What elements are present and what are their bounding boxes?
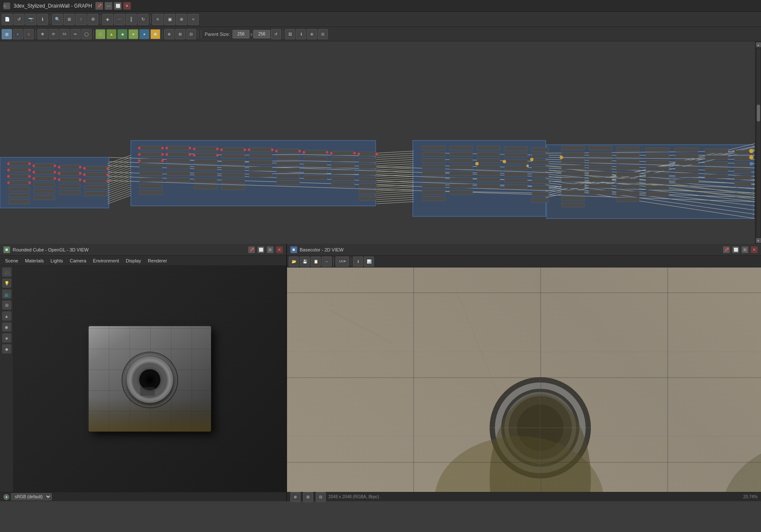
node-remove[interactable]: ⊟ xyxy=(186,29,196,39)
view3d-button[interactable]: ▣ xyxy=(164,14,175,25)
extra2-btn[interactable]: ⊟ xyxy=(318,29,328,39)
panel-3d-fullscreen-button[interactable]: ⊞ xyxy=(267,246,274,253)
menu-renderer[interactable]: Renderer xyxy=(144,256,171,266)
arrange-button[interactable]: ⊕ xyxy=(176,14,187,25)
info2-btn[interactable]: ℹ xyxy=(296,29,306,39)
2d-fit-button[interactable]: ↔ xyxy=(322,257,332,267)
2d-sep-2 xyxy=(351,257,351,266)
circle-tool[interactable]: ◯ xyxy=(81,29,92,39)
green-shape-1[interactable]: ⬡ xyxy=(95,29,106,39)
menu-lights[interactable]: Lights xyxy=(47,256,66,266)
view-mode-3[interactable]: ○ xyxy=(24,29,34,39)
minimize-button[interactable]: — xyxy=(105,2,112,10)
green-shape-2[interactable]: ▲ xyxy=(106,29,116,39)
2d-open-button[interactable]: 📂 xyxy=(289,257,299,267)
rotate-button[interactable]: ↻ xyxy=(138,14,149,25)
sidebar-light-icon[interactable]: 💡 xyxy=(2,278,11,288)
parent-size-label: Parent Size: xyxy=(203,32,232,37)
2d-status-icon-1[interactable]: ⊕ xyxy=(290,492,301,502)
publish-button[interactable]: ↑ xyxy=(76,14,87,25)
link-btn[interactable]: ⛓ xyxy=(285,29,295,39)
titlebar: G 3dex_Stylized_DrainWall - GRAPH 📌 — ⬜ … xyxy=(0,0,761,12)
close-button[interactable]: ✕ xyxy=(123,2,131,10)
panel-2d-pin-button[interactable]: 📌 xyxy=(723,246,730,253)
orange-shape[interactable]: ⬟ xyxy=(150,29,160,39)
panel-2d-content[interactable] xyxy=(287,267,761,492)
app-icon: G xyxy=(3,3,10,9)
2d-save-button[interactable]: 💾 xyxy=(300,257,310,267)
params-button[interactable]: ⚙ xyxy=(87,14,98,25)
frame-button[interactable]: ⊞ xyxy=(64,14,75,25)
scroll-up-button[interactable]: ▲ xyxy=(756,42,761,47)
yellow-shape[interactable]: ★ xyxy=(128,29,138,39)
panel-3d-title: Rounded Cube - OpenGL - 3D VIEW xyxy=(13,247,246,252)
move-tool[interactable]: ⟳ xyxy=(49,29,59,39)
menu-materials[interactable]: Materials xyxy=(22,256,47,266)
extra-button[interactable]: ≈ xyxy=(188,14,199,25)
sidebar-grid-icon[interactable]: ⊞ xyxy=(2,300,11,310)
pin-button[interactable]: 📌 xyxy=(95,2,103,10)
connect-button[interactable]: ⋯ xyxy=(114,14,125,25)
node-add[interactable]: ⊕ xyxy=(164,29,174,39)
green-shape-3[interactable]: ◆ xyxy=(117,29,127,39)
align-button[interactable]: ≡ xyxy=(152,14,163,25)
panel-3d-close-button[interactable]: ✕ xyxy=(276,246,283,253)
graph-area[interactable]: ▲ ▼ xyxy=(0,41,761,244)
graph-button[interactable]: ◈ xyxy=(102,14,113,25)
menu-camera[interactable]: Camera xyxy=(66,256,89,266)
history-button[interactable]: ↺ xyxy=(14,14,24,25)
stone-texture-overlay xyxy=(287,267,761,492)
menu-environment[interactable]: Environment xyxy=(89,256,122,266)
scroll-down-button[interactable]: ▼ xyxy=(756,238,761,243)
2d-uv-button[interactable]: UV▾ xyxy=(336,257,349,267)
separator-2 xyxy=(100,15,100,24)
graph-scrollbar[interactable]: ▲ ▼ xyxy=(755,41,761,244)
sep-b xyxy=(93,30,94,38)
sidebar-camera-icon[interactable]: 🎥 xyxy=(2,267,11,277)
info-button[interactable]: ℹ xyxy=(37,14,48,25)
panel-2d-fullscreen-button[interactable]: ⊞ xyxy=(742,246,748,253)
panel-2d-toolbar: 📂 💾 📋 ↔ UV▾ ℹ 📊 xyxy=(287,256,761,267)
2d-info-button[interactable]: ℹ xyxy=(353,257,363,267)
scroll-track[interactable] xyxy=(757,48,760,237)
texture-viewport[interactable] xyxy=(287,267,761,492)
scroll-thumb[interactable] xyxy=(757,105,760,122)
parent-size-height[interactable] xyxy=(253,30,270,38)
camera-button[interactable]: 📷 xyxy=(25,14,36,25)
file-button[interactable]: 📄 xyxy=(2,14,13,25)
grab-tool[interactable]: ✥ xyxy=(38,29,48,39)
cube-dirt-bottom xyxy=(89,398,211,432)
extra1-btn[interactable]: ⊕ xyxy=(307,29,317,39)
sidebar-mesh-icon[interactable]: ▲ xyxy=(2,311,11,321)
sidebar-material-icon[interactable]: ◈ xyxy=(2,333,11,343)
view-mode-1[interactable]: ▦ xyxy=(2,29,12,39)
2d-clipboard-button[interactable]: 📋 xyxy=(311,257,321,267)
panel-3d-float-button[interactable]: ⬜ xyxy=(257,246,264,253)
sidebar-diamond-icon[interactable]: ◆ xyxy=(2,344,11,354)
viewport-3d[interactable] xyxy=(14,266,286,492)
sidebar-object-icon[interactable]: ◉ xyxy=(2,322,11,332)
reset-size[interactable]: ↺ xyxy=(271,29,281,39)
panel-2d-close-button[interactable]: ✕ xyxy=(751,246,758,253)
menu-display[interactable]: Display xyxy=(122,256,144,266)
srgb-display: ● sRGB (default) xyxy=(3,493,52,500)
sidebar-viewport-icon[interactable]: 📺 xyxy=(2,289,11,299)
split-button[interactable]: ║ xyxy=(126,14,137,25)
2d-sep-1 xyxy=(333,257,334,266)
panel-2d-float-button[interactable]: ⬜ xyxy=(732,246,739,253)
2d-chart-button[interactable]: 📊 xyxy=(364,257,374,267)
panel-3d-status: ● sRGB (default) xyxy=(0,492,286,501)
pen-tool[interactable]: ✏ xyxy=(70,29,81,39)
zoom-button[interactable]: 🔍 xyxy=(52,14,63,25)
panel-3d-pin-button[interactable]: 📌 xyxy=(248,246,255,253)
2d-status-icon-3[interactable]: ⊟ xyxy=(316,492,326,502)
blue-shape[interactable]: ● xyxy=(139,29,149,39)
2d-status-icon-2[interactable]: ⊞ xyxy=(303,492,313,502)
numbers-tool[interactable]: 01 xyxy=(60,29,70,39)
view-mode-2[interactable]: ● xyxy=(13,29,23,39)
srgb-select[interactable]: sRGB (default) xyxy=(11,493,52,500)
restore-button[interactable]: ⬜ xyxy=(114,2,122,10)
node-grid[interactable]: ⊞ xyxy=(175,29,185,39)
parent-size-width[interactable] xyxy=(233,30,249,38)
menu-scene[interactable]: Scene xyxy=(2,256,22,266)
